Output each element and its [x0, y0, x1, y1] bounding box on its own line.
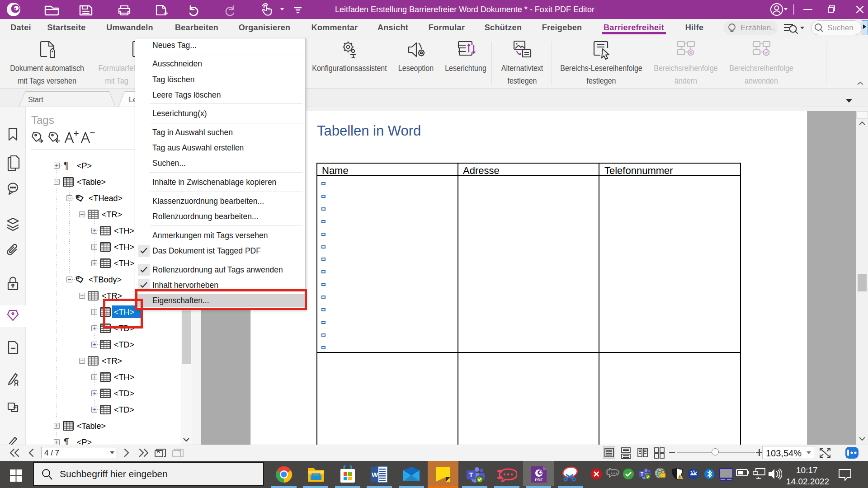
- svg-text:PDF: PDF: [535, 478, 543, 482]
- svg-text:W: W: [372, 471, 378, 479]
- svg-text:T: T: [641, 472, 643, 477]
- svg-text:T: T: [469, 471, 473, 479]
